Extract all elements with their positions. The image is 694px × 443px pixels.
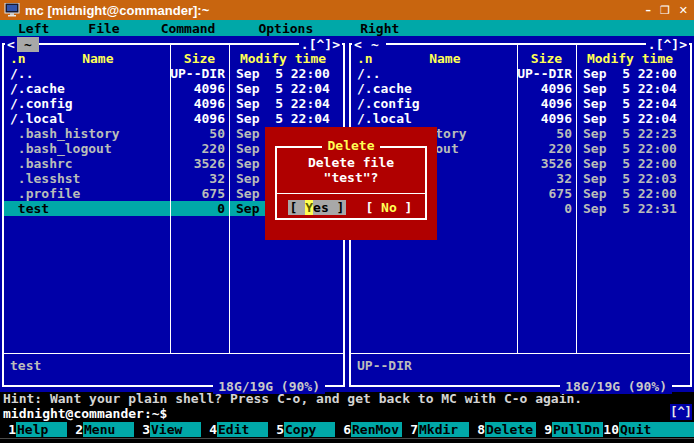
file-name: test <box>4 201 170 216</box>
fkey-view[interactable]: 3View <box>134 422 201 437</box>
file-mtime: Sep 5 22:04 <box>576 81 684 96</box>
menu-item-right[interactable]: Right <box>360 21 399 36</box>
file-name: /.cache <box>4 81 170 96</box>
column-divider <box>517 45 518 353</box>
bottom-strip <box>0 438 694 443</box>
menu-item-command[interactable]: Command <box>161 21 216 36</box>
file-mtime: Sep 5 22:04 <box>229 96 337 111</box>
menu-item-options[interactable]: Options <box>258 21 313 36</box>
fkey-mkdir[interactable]: 7Mkdir <box>402 422 469 437</box>
file-size: 675 <box>170 186 229 201</box>
fkey-delete[interactable]: 8Delete <box>469 422 536 437</box>
no-button[interactable]: [ No ] <box>363 200 414 215</box>
right-free-space: 18G/19G (90%) <box>560 379 672 394</box>
app-icon <box>4 3 20 17</box>
column-divider <box>576 45 577 353</box>
file-row[interactable]: /.local4096Sep 5 22:04 <box>351 111 690 126</box>
column-header-name[interactable]: Name <box>26 51 170 66</box>
delete-dialog: Delete Delete file "test"? [ Yes ] [ No … <box>265 127 437 240</box>
dialog-divider <box>277 193 425 194</box>
fkey-number: 2 <box>67 422 83 437</box>
fkey-number: 7 <box>402 422 418 437</box>
fkey-number: 9 <box>536 422 552 437</box>
file-mtime: Sep 5 22:00 <box>576 156 684 171</box>
file-size: 32 <box>170 171 229 186</box>
fkey-edit[interactable]: 4Edit <box>201 422 268 437</box>
file-name: /.local <box>351 111 517 126</box>
window-title: mc [midnight@commander]:~ <box>25 3 209 18</box>
panel-history-right-icon[interactable]: < <box>352 37 364 52</box>
fkey-number: 1 <box>0 422 16 437</box>
panel-listing-mode-icon[interactable]: .[^]> <box>646 37 689 52</box>
file-size: 32 <box>517 171 576 186</box>
sort-indicator[interactable]: .n <box>10 51 26 66</box>
fkey-menu[interactable]: 2Menu <box>67 422 134 437</box>
right-panel-header: .nName Size Modify time <box>351 51 690 66</box>
function-key-bar: 1Help2Menu3View4Edit5Copy6RenMov7Mkdir8D… <box>0 421 694 438</box>
file-row[interactable]: /.cache4096Sep 5 22:04 <box>351 81 690 96</box>
fkey-label: Edit <box>217 422 268 437</box>
panel-listing-mode-icon[interactable]: .[^]> <box>299 37 342 52</box>
sort-indicator[interactable]: .n <box>357 51 373 66</box>
file-name: /.cache <box>351 81 517 96</box>
maximize-icon[interactable]: ❐ <box>660 3 670 18</box>
fkey-label: Menu <box>83 422 134 437</box>
menu-item-left[interactable]: Left <box>18 21 49 36</box>
mini-status-divider <box>351 353 690 354</box>
file-size: 3526 <box>170 156 229 171</box>
column-divider <box>229 45 230 353</box>
file-size: 220 <box>517 141 576 156</box>
column-header-size[interactable]: Size <box>170 51 229 66</box>
panel-history-left-icon[interactable]: < <box>5 37 17 52</box>
file-mtime: Sep 5 22:00 <box>576 186 684 201</box>
window-titlebar: mc [midnight@commander]:~ – ❐ ✕ <box>0 0 694 20</box>
yes-button[interactable]: [ Yes ] <box>288 200 347 215</box>
dialog-message-line1: Delete file <box>277 155 425 170</box>
column-header-mtime[interactable]: Modify time <box>229 51 337 66</box>
right-panel-path-tab[interactable]: ~ <box>364 37 386 52</box>
file-name: .profile <box>4 186 170 201</box>
fkey-label: Delete <box>485 422 536 437</box>
file-mtime: Sep 5 22:00 <box>576 141 684 156</box>
minimize-icon[interactable]: – <box>645 3 651 18</box>
file-size: 220 <box>170 141 229 156</box>
file-size: 0 <box>517 201 576 216</box>
fkey-label: Help <box>16 422 67 437</box>
fkey-label: Mkdir <box>418 422 469 437</box>
file-size: 4096 <box>170 111 229 126</box>
file-name: .lesshst <box>4 171 170 186</box>
left-panel-path-tab[interactable]: ~ <box>17 37 39 52</box>
file-size: 4096 <box>170 96 229 111</box>
file-row[interactable]: /.local4096Sep 5 22:04 <box>4 111 343 126</box>
file-size: 50 <box>170 126 229 141</box>
menu-item-file[interactable]: File <box>88 21 119 36</box>
file-row[interactable]: /..UP--DIRSep 5 22:00 <box>351 66 690 81</box>
dialog-title: Delete <box>265 138 437 153</box>
fkey-quit[interactable]: 10Quit <box>603 422 694 437</box>
file-size: 3526 <box>517 156 576 171</box>
file-row[interactable]: /.cache4096Sep 5 22:04 <box>4 81 343 96</box>
command-history-icon[interactable]: [^] <box>670 404 692 420</box>
fkey-pulldn[interactable]: 9PullDn <box>536 422 603 437</box>
file-row[interactable]: /.config4096Sep 5 22:04 <box>4 96 343 111</box>
column-header-name[interactable]: Name <box>373 51 517 66</box>
file-mtime: Sep 5 22:04 <box>576 111 684 126</box>
fkey-number: 6 <box>335 422 351 437</box>
shell-prompt[interactable]: midnight@commander:~$ <box>3 406 693 421</box>
fkey-number: 3 <box>134 422 150 437</box>
file-name: /.. <box>4 66 170 81</box>
close-icon[interactable]: ✕ <box>679 3 688 18</box>
file-row[interactable]: /..UP--DIRSep 5 22:00 <box>4 66 343 81</box>
column-header-size[interactable]: Size <box>517 51 576 66</box>
fkey-number: 10 <box>603 422 619 437</box>
fkey-help[interactable]: 1Help <box>0 422 67 437</box>
column-header-mtime[interactable]: Modify time <box>576 51 684 66</box>
fkey-renmov[interactable]: 6RenMov <box>335 422 402 437</box>
fkey-label: Quit <box>619 422 694 437</box>
fkey-number: 4 <box>201 422 217 437</box>
fkey-copy[interactable]: 5Copy <box>268 422 335 437</box>
yes-hotkey: Y <box>305 200 313 215</box>
fkey-label: PullDn <box>552 422 603 437</box>
file-mtime: Sep 5 22:04 <box>229 111 337 126</box>
file-row[interactable]: /.config4096Sep 5 22:04 <box>351 96 690 111</box>
